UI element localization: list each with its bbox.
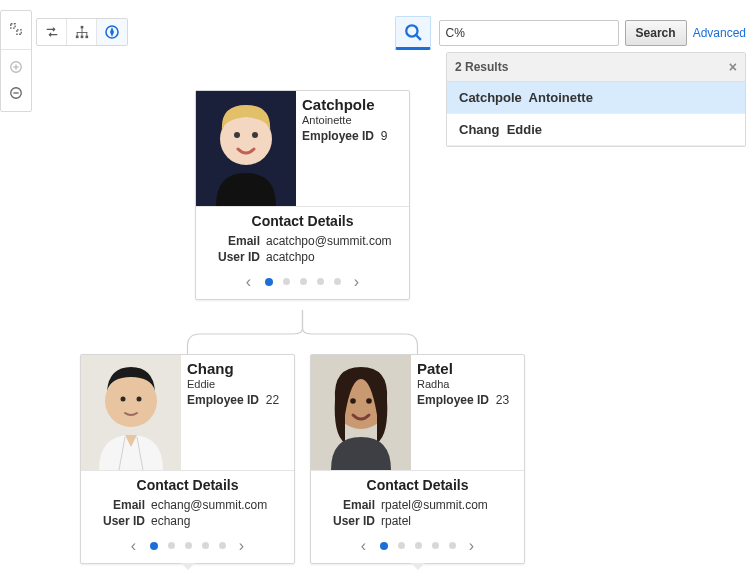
- pager-prev-icon[interactable]: ‹: [241, 273, 257, 291]
- pager-dot[interactable]: [168, 542, 175, 549]
- pager-next-icon[interactable]: ›: [464, 537, 480, 555]
- card-pager: ‹ ›: [81, 529, 294, 563]
- svg-point-32: [366, 398, 372, 404]
- svg-rect-11: [80, 36, 83, 39]
- search-bar: Search Advanced: [395, 16, 746, 50]
- last-name: Catchpole: [302, 97, 403, 114]
- pager-next-icon[interactable]: ›: [349, 273, 365, 291]
- svg-rect-12: [85, 36, 88, 39]
- svg-point-31: [350, 398, 356, 404]
- avatar: [311, 355, 411, 470]
- tab-arrange[interactable]: [37, 19, 67, 45]
- pager-dot[interactable]: [283, 278, 290, 285]
- results-count: 2 Results: [455, 60, 508, 74]
- pager-dot[interactable]: [219, 542, 226, 549]
- pager-dot[interactable]: [265, 278, 273, 286]
- svg-point-19: [406, 25, 417, 36]
- pager-dot[interactable]: [185, 542, 192, 549]
- pager-dot[interactable]: [317, 278, 324, 285]
- tab-hierarchy[interactable]: [67, 19, 97, 45]
- contact-heading: Contact Details: [196, 207, 409, 233]
- search-icon[interactable]: [395, 16, 431, 50]
- zoom-plus-icon[interactable]: [1, 49, 31, 77]
- pager-dot[interactable]: [449, 542, 456, 549]
- pager-dot[interactable]: [398, 542, 405, 549]
- person-card-root[interactable]: Catchpole Antoinette Employee ID 9 Conta…: [195, 90, 410, 300]
- svg-point-23: [234, 132, 240, 138]
- select-icon[interactable]: [1, 15, 31, 43]
- userid-value: rpatel: [381, 514, 411, 528]
- pager-dot[interactable]: [415, 542, 422, 549]
- pager-prev-icon[interactable]: ‹: [126, 537, 142, 555]
- svg-rect-1: [17, 30, 21, 34]
- search-button[interactable]: Search: [625, 20, 687, 46]
- svg-point-27: [121, 397, 126, 402]
- pager-next-icon[interactable]: ›: [234, 537, 250, 555]
- email-value: rpatel@summit.com: [381, 498, 488, 512]
- employee-id: Employee ID 23: [417, 393, 518, 407]
- person-card-child[interactable]: Patel Radha Employee ID 23 Contact Detai…: [310, 354, 525, 564]
- email-value: echang@summit.com: [151, 498, 267, 512]
- pager-dot[interactable]: [150, 542, 158, 550]
- search-input[interactable]: [439, 20, 619, 46]
- svg-rect-17: [86, 32, 87, 36]
- svg-rect-9: [80, 26, 83, 29]
- pager-dot[interactable]: [432, 542, 439, 549]
- employee-id: Employee ID 9: [302, 129, 403, 143]
- contact-heading: Contact Details: [81, 471, 294, 497]
- org-chart: Catchpole Antoinette Employee ID 9 Conta…: [0, 90, 754, 587]
- pager-prev-icon[interactable]: ‹: [356, 537, 372, 555]
- svg-point-26: [105, 375, 157, 427]
- first-name: Radha: [417, 378, 518, 391]
- first-name: Eddie: [187, 378, 288, 391]
- view-tabs: [36, 18, 128, 46]
- pager-dot[interactable]: [300, 278, 307, 285]
- pager-dot[interactable]: [380, 542, 388, 550]
- userid-value: acatchpo: [266, 250, 315, 264]
- userid-value: echang: [151, 514, 190, 528]
- svg-point-24: [252, 132, 258, 138]
- first-name: Antoinette: [302, 114, 403, 127]
- pager-dot[interactable]: [334, 278, 341, 285]
- svg-point-28: [137, 397, 142, 402]
- avatar: [81, 355, 181, 470]
- svg-rect-0: [11, 24, 15, 28]
- tab-compass[interactable]: [97, 19, 127, 45]
- last-name: Patel: [417, 361, 518, 378]
- svg-rect-16: [81, 32, 82, 36]
- last-name: Chang: [187, 361, 288, 378]
- svg-rect-10: [75, 36, 78, 39]
- person-card-child[interactable]: Chang Eddie Employee ID 22 Contact Detai…: [80, 354, 295, 564]
- svg-line-20: [416, 35, 421, 40]
- email-value: acatchpo@summit.com: [266, 234, 392, 248]
- employee-id: Employee ID 22: [187, 393, 288, 407]
- svg-rect-13: [81, 29, 82, 33]
- card-pager: ‹ ›: [196, 265, 409, 299]
- contact-heading: Contact Details: [311, 471, 524, 497]
- pager-dot[interactable]: [202, 542, 209, 549]
- avatar: [196, 91, 296, 206]
- close-icon[interactable]: ×: [729, 59, 737, 75]
- svg-rect-15: [76, 32, 77, 36]
- advanced-link[interactable]: Advanced: [693, 26, 746, 40]
- card-pager: ‹ ›: [311, 529, 524, 563]
